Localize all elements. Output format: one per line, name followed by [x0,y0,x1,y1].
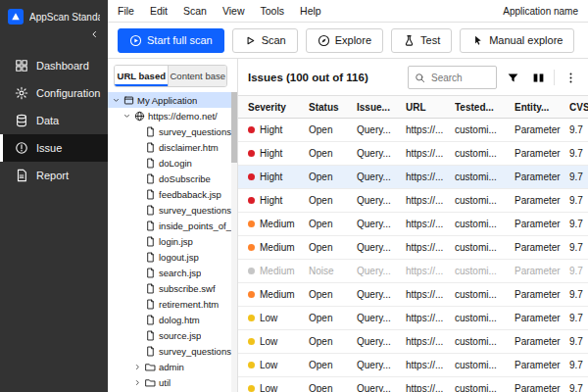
tree-item[interactable]: admin [108,359,231,374]
tree-item[interactable]: logout.jsp [108,249,231,265]
entity-cell: Parameter [514,219,569,229]
collapse-sidebar-icon[interactable] [88,28,100,40]
tree-item[interactable]: inside_points_of_inter [108,218,231,233]
tree-item[interactable]: doSubscribe [108,171,231,186]
severity-cell: Hight [248,148,309,159]
tab-url-based[interactable]: URL based [115,66,169,86]
chevron-right-icon[interactable] [133,363,142,371]
tab-content-base[interactable]: Content base [169,66,226,86]
tree-item[interactable]: doLogin [108,155,231,171]
explore-button[interactable]: Explore [306,28,383,53]
issue-row[interactable]: LowOpenQuery...https://...customi...Para… [238,330,588,354]
issue-row[interactable]: HightOpenQuery...https://...customi...Pa… [238,166,588,189]
filter-icon[interactable] [503,68,522,87]
column-header[interactable]: Entity... [514,102,569,113]
tree-item[interactable]: survey_questions.jsp [108,343,231,359]
tree-item-label: survey_questions.jsp [159,205,231,216]
url-cell: https://... [406,219,455,229]
tree-item[interactable]: survey_questions.jsp [108,202,231,218]
issue-row[interactable]: LowOpenQuery...https://...customi...Para… [238,354,588,377]
issue-row[interactable]: MediumOpenQuery...https://...customi...P… [238,213,588,236]
tree-item[interactable]: My Application [108,92,231,108]
play-circle-icon [129,34,142,47]
issue-row[interactable]: MediumOpenQuery...https://...customi...P… [238,236,588,260]
url-cell: https://... [406,172,455,182]
severity-dot [248,338,255,345]
issue-row[interactable]: MediumNoiseQuery...https://...customi...… [238,260,588,283]
severity-dot [248,385,255,392]
menu-item-scan[interactable]: Scan [183,5,207,17]
sidebar-item-issue[interactable]: Issue [0,134,108,162]
severity-dot [248,268,255,274]
chevron-down-icon[interactable] [112,96,121,105]
issue-row[interactable]: HightOpenQuery...https://...customi...Pa… [238,142,588,166]
column-header[interactable]: URL [406,102,455,113]
issue-icon [15,141,28,155]
issue-row[interactable]: HightOpenQuery...https://...customi...Pa… [238,189,588,213]
column-settings-icon[interactable] [528,68,548,87]
menu-item-tools[interactable]: Tools [261,5,285,17]
issue-row[interactable]: LowOpenQuery...https://...customi...Para… [238,307,588,330]
column-header[interactable]: Severity [248,102,309,113]
menubar: FileEditScanViewToolsHelp Application na… [108,0,588,23]
status-cell: Open [309,383,357,392]
menu-item-file[interactable]: File [118,5,134,17]
tree-item[interactable]: feedbaback.jsp [108,186,231,202]
column-header[interactable]: Tested... [455,102,514,113]
column-header[interactable]: Status [309,102,357,113]
issue-row[interactable]: HightOpenQuery...https://...customi...Pa… [238,119,588,142]
issue-type-cell: Query... [357,195,406,206]
tree-item-label: inside_points_of_inter [159,220,231,231]
sidebar-item-configuration[interactable]: Configuration [0,79,108,107]
menu-item-view[interactable]: View [222,5,245,17]
tree-item[interactable]: dolog.htm [108,312,231,327]
scan-button[interactable]: Scan [232,28,298,53]
severity-dot [248,150,255,157]
column-header[interactable]: Issue... [357,102,406,113]
column-header[interactable]: CVSS [569,102,588,113]
test-button[interactable]: Test [391,28,452,53]
overflow-menu-icon[interactable] [561,68,580,87]
issue-type-cell: Query... [357,242,406,253]
chevron-right-icon[interactable] [133,378,142,387]
tree-scrollbar[interactable] [231,92,237,392]
sidebar-item-dashboard[interactable]: Dashboard [0,52,108,79]
file-icon [145,173,156,184]
tree-item[interactable]: disclaimer.htm [108,139,231,155]
issues-table: SeverityStatusIssue...URLTested...Entity… [238,95,588,392]
tree-item[interactable]: survey_questions.jsp [108,123,231,139]
search-input[interactable] [429,72,490,84]
file-icon [145,252,156,263]
issues-panel: Issues (100 out of 116) [238,59,588,392]
manual-explore-button[interactable]: Manual explore [460,28,574,53]
issue-type-cell: Query... [357,360,406,370]
menu-item-help[interactable]: Help [300,5,321,17]
cvss-cell: 9.7 [569,124,588,135]
issue-row[interactable]: LowOpenQuery...https://...customi...Para… [238,377,588,392]
chevron-down-icon[interactable] [122,112,131,121]
tree-item-label: https://demo.net/ [148,111,218,122]
sidebar-item-report[interactable]: Report [0,162,108,189]
folder-icon [145,362,156,372]
tree-item[interactable]: util [108,374,231,390]
tree-item[interactable]: search.jsp [108,265,231,280]
app-title: AppScan Standard [29,12,100,23]
issue-row[interactable]: MediumOpenQuery...https://...customi...P… [238,283,588,307]
test-icon [403,34,416,47]
tree-item[interactable]: login.jsp [108,233,231,249]
tree-item[interactable]: subscribe.swf [108,280,231,296]
button-label: Explore [335,34,371,46]
button-label: Scan [262,34,286,46]
sidebar-item-label: Issue [36,142,62,154]
menu-item-edit[interactable]: Edit [150,5,168,17]
tree-scrollbar-thumb[interactable] [231,92,237,163]
menubar-items: FileEditScanViewToolsHelp [118,5,321,17]
tested-cell: customi... [455,195,514,206]
tree-item[interactable]: retirement.htm [108,296,231,312]
tree-item[interactable]: https://demo.net/ [108,108,231,123]
tested-cell: customi... [455,289,514,300]
start-full-scan-button[interactable]: Start full scan [118,28,224,53]
sidebar-item-data[interactable]: Data [0,107,108,134]
url-cell: https://... [406,383,455,392]
tree-item[interactable]: source.jsp [108,327,231,343]
